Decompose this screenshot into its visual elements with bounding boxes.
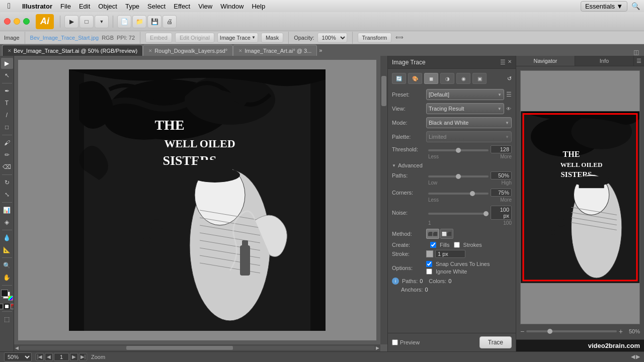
- view-eye-icon[interactable]: 👁: [506, 104, 512, 113]
- menu-help[interactable]: Help: [248, 2, 269, 11]
- save-btn[interactable]: 💾: [147, 15, 162, 28]
- panel-menu-icon[interactable]: ☰: [500, 59, 506, 66]
- ignore-white-label[interactable]: Ignore White: [426, 268, 490, 275]
- corners-slider[interactable]: [428, 193, 489, 195]
- noise-value-box[interactable]: 100 px: [491, 206, 512, 220]
- tab-2[interactable]: ✕ Rough_Dogwalk_Layers.psd°: [143, 45, 233, 56]
- view-mode-toggle[interactable]: ▼: [95, 15, 109, 28]
- eyedropper-tool[interactable]: 💧: [1, 232, 13, 243]
- fills-checkbox-label[interactable]: Fills: [430, 242, 450, 248]
- trace-button[interactable]: Trace: [479, 336, 512, 348]
- strokes-checkbox-label[interactable]: Strokes: [454, 242, 482, 248]
- maximize-button[interactable]: [23, 18, 30, 25]
- image-trace-dropdown[interactable]: Image Trace ▼: [217, 33, 258, 43]
- eraser-tool[interactable]: ⌫: [1, 161, 13, 172]
- preset-icon-outline[interactable]: ▣: [472, 73, 487, 84]
- transform-button[interactable]: Transform: [358, 33, 392, 43]
- artboard-tool[interactable]: ⬚: [1, 314, 13, 325]
- new-doc-btn[interactable]: 📄: [117, 15, 131, 28]
- zoom-tool[interactable]: 🔍: [1, 260, 13, 271]
- tab-overflow[interactable]: »: [317, 45, 324, 56]
- direct-select-tool[interactable]: ↖: [1, 70, 13, 81]
- scroll-left-btn[interactable]: ◀: [631, 353, 635, 360]
- v-scroll-thumb[interactable]: [381, 76, 386, 106]
- stroke-value-box[interactable]: 1 px: [435, 250, 465, 258]
- panel-close-icon[interactable]: ✕: [508, 59, 512, 66]
- preview-checkbox-label[interactable]: Preview: [392, 339, 420, 345]
- tab-1[interactable]: ✕ Bev_Image_Trace_Start.ai @ 50% (RGB/Pr…: [2, 45, 143, 56]
- preset-icon-lowcolor[interactable]: ◼: [424, 73, 438, 84]
- threshold-value-box[interactable]: 128: [491, 145, 512, 153]
- print-btn[interactable]: 🖨: [163, 15, 177, 28]
- menu-edit[interactable]: Edit: [75, 2, 94, 11]
- first-page-btn[interactable]: |◀: [36, 353, 44, 361]
- rect-tool[interactable]: □: [1, 122, 13, 133]
- preset-icon-blackwhite[interactable]: ◉: [456, 73, 470, 84]
- preset-menu-icon[interactable]: ☰: [506, 91, 512, 98]
- select-tool-btn[interactable]: ▶: [64, 15, 78, 28]
- view-mode-btn[interactable]: □: [79, 15, 94, 28]
- pen-tool[interactable]: ✒: [1, 85, 13, 97]
- search-icon[interactable]: 🔍: [631, 2, 640, 10]
- snap-curves-label[interactable]: Snap Curves To Lines: [426, 261, 490, 267]
- h-scroll-thumb[interactable]: [126, 346, 233, 350]
- close-button[interactable]: [4, 18, 11, 25]
- navigator-thumbnail[interactable]: THE WELL OILED SISTERS: [520, 70, 640, 324]
- minimize-button[interactable]: [14, 18, 20, 25]
- menu-view[interactable]: View: [194, 2, 216, 11]
- scroll-right-btn[interactable]: ▶: [636, 353, 640, 360]
- tab-info[interactable]: Info: [575, 56, 634, 66]
- vertical-scrollbar[interactable]: [380, 56, 387, 344]
- graph-tool[interactable]: 📊: [1, 205, 13, 216]
- view-dropdown[interactable]: Tracing Result ▼: [426, 103, 504, 114]
- open-btn[interactable]: 📁: [132, 15, 146, 28]
- apple-menu[interactable]: : [4, 1, 14, 11]
- menu-window[interactable]: Window: [216, 2, 248, 11]
- edit-original-button[interactable]: Edit Original: [175, 33, 214, 43]
- paintbrush-tool[interactable]: 🖌: [1, 137, 13, 148]
- menu-file[interactable]: File: [56, 2, 75, 11]
- menu-type[interactable]: Type: [121, 2, 143, 11]
- page-input[interactable]: [54, 353, 69, 361]
- preset-icon-highcolor[interactable]: 🎨: [408, 73, 422, 84]
- paths-value-box[interactable]: 50%: [491, 171, 512, 179]
- menu-effect[interactable]: Effect: [170, 2, 194, 11]
- panel-options-icon[interactable]: ☰: [634, 56, 644, 66]
- scale-tool[interactable]: ⤡: [1, 189, 13, 200]
- last-page-btn[interactable]: ▶|: [79, 353, 87, 361]
- preset-reset-icon[interactable]: ↺: [507, 75, 512, 82]
- workspace-selector[interactable]: Essentials ▼: [581, 1, 627, 12]
- preset-dropdown[interactable]: [Default] ▼: [426, 89, 504, 100]
- preset-icon-auto[interactable]: 🔄: [392, 73, 406, 84]
- rotate-tool[interactable]: ↻: [1, 177, 13, 188]
- h-scroll-left[interactable]: ◀: [15, 345, 19, 350]
- advanced-toggle[interactable]: ▼ Advanced: [392, 162, 512, 168]
- embed-button[interactable]: Embed: [145, 33, 172, 43]
- menu-object[interactable]: Object: [94, 2, 121, 11]
- align-icon[interactable]: ⟺: [395, 34, 404, 41]
- tab-3[interactable]: ✕ Image_Trace_Art.ai° @ 3...: [233, 45, 317, 56]
- line-tool[interactable]: /: [1, 110, 13, 121]
- corners-value-box[interactable]: 75%: [491, 189, 512, 197]
- menu-illustrator[interactable]: Illustrator: [18, 2, 56, 11]
- canvas-document[interactable]: THE WELL OILED SISTERS: [69, 69, 326, 331]
- preview-checkbox[interactable]: [392, 339, 398, 345]
- hand-tool[interactable]: ✋: [1, 272, 13, 283]
- noise-slider[interactable]: [428, 213, 489, 215]
- zoom-select[interactable]: 50%25%75%100%150%200%: [4, 352, 32, 361]
- method-overlapping-btn[interactable]: ⬜⬛: [440, 229, 453, 239]
- menu-select[interactable]: Select: [143, 2, 170, 11]
- blend-tool[interactable]: ◈: [1, 217, 13, 228]
- fills-checkbox[interactable]: [430, 242, 436, 248]
- color-swatches[interactable]: [1, 290, 13, 301]
- nav-zoom-in[interactable]: +: [619, 327, 623, 335]
- threshold-slider[interactable]: [428, 149, 489, 151]
- paths-slider[interactable]: [428, 175, 489, 177]
- mask-button[interactable]: Mask: [261, 33, 283, 43]
- select-tool[interactable]: ▶: [1, 58, 13, 69]
- none-swatch[interactable]: [11, 304, 14, 309]
- panel-toggle[interactable]: ◫: [630, 49, 642, 56]
- palette-dropdown[interactable]: Limited ▼: [426, 131, 512, 142]
- snap-curves-checkbox[interactable]: [426, 261, 432, 267]
- ignore-white-checkbox[interactable]: [426, 268, 432, 275]
